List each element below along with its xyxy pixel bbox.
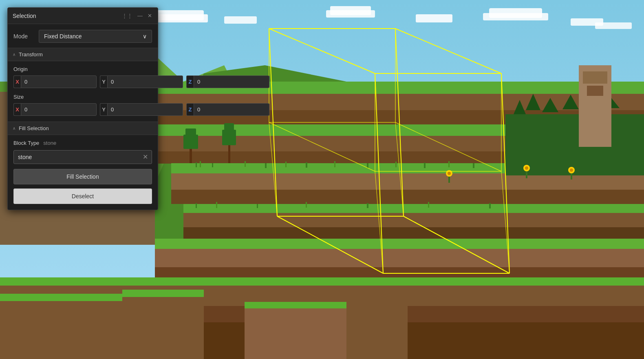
origin-z-input[interactable] (194, 75, 269, 88)
svg-rect-71 (367, 203, 368, 208)
size-y-input[interactable] (107, 103, 183, 116)
svg-rect-89 (0, 294, 143, 359)
svg-point-85 (525, 166, 528, 170)
panel-body: Mode Fixed Distance ∨ ∧ Transform Origin… (8, 24, 158, 210)
svg-rect-68 (216, 202, 217, 208)
svg-rect-38 (155, 249, 644, 267)
size-z-item: Z (186, 103, 269, 116)
svg-rect-79 (224, 123, 234, 132)
svg-rect-60 (306, 162, 307, 168)
size-y-label: Y (100, 103, 107, 116)
svg-rect-70 (306, 202, 307, 208)
block-type-label: Block Type (13, 140, 39, 146)
origin-x-label: X (13, 75, 21, 88)
drag-handle-icon[interactable]: ⋮⋮ (121, 12, 133, 20)
svg-point-82 (448, 172, 451, 175)
transform-chevron-icon: ∧ (13, 52, 15, 57)
svg-rect-93 (245, 302, 346, 359)
svg-rect-65 (448, 161, 450, 167)
svg-rect-76 (185, 129, 196, 139)
size-x-item: X (13, 103, 97, 116)
svg-rect-74 (190, 147, 192, 163)
svg-rect-63 (395, 162, 397, 167)
svg-rect-32 (171, 173, 644, 190)
svg-point-88 (570, 168, 573, 172)
size-x-input[interactable] (21, 103, 97, 116)
svg-rect-77 (228, 143, 230, 163)
svg-rect-2 (151, 14, 208, 22)
svg-rect-58 (265, 163, 267, 168)
svg-rect-67 (196, 203, 197, 208)
svg-rect-53 (587, 86, 603, 96)
svg-rect-52 (583, 71, 607, 84)
transform-section-header[interactable]: ∧ Transform (8, 48, 158, 61)
size-xyz-row: X Y Z (13, 103, 152, 116)
svg-rect-56 (212, 163, 213, 167)
svg-rect-61 (334, 161, 335, 167)
svg-rect-64 (424, 163, 426, 168)
svg-rect-36 (183, 227, 644, 239)
mode-dropdown[interactable]: Fixed Distance ∨ (39, 30, 152, 43)
size-x-label: X (13, 103, 21, 116)
fill-selection-section-header[interactable]: ∧ Fill Selection (8, 122, 158, 135)
origin-z-label: Z (186, 75, 194, 88)
size-z-label: Z (186, 103, 194, 116)
svg-rect-66 (473, 163, 474, 168)
fill-selection-label: Fill Selection (19, 125, 49, 131)
svg-rect-5 (326, 10, 375, 18)
svg-rect-92 (122, 290, 204, 297)
close-icon[interactable]: ✕ (147, 12, 153, 20)
svg-rect-72 (428, 202, 429, 208)
block-type-input[interactable] (13, 150, 152, 164)
svg-rect-34 (183, 204, 644, 213)
mode-value: Fixed Distance (44, 33, 82, 40)
svg-rect-6 (416, 14, 452, 22)
selection-panel: Selection ⋮⋮ — ✕ Mode Fixed Distance ∨ ∧… (7, 7, 158, 210)
svg-rect-90 (0, 294, 143, 301)
block-type-value: stone (43, 140, 56, 146)
fill-selection-chevron-icon: ∧ (13, 126, 15, 131)
block-input-wrapper: ✕ (13, 150, 152, 164)
svg-rect-69 (257, 204, 258, 208)
svg-rect-55 (200, 161, 201, 167)
svg-rect-91 (122, 290, 204, 359)
svg-rect-95 (346, 306, 408, 359)
size-label: Size (13, 94, 152, 100)
mode-label: Mode (13, 33, 34, 40)
svg-rect-10 (595, 22, 632, 29)
size-y-item: Y (100, 103, 183, 116)
minimize-icon[interactable]: — (137, 12, 143, 20)
block-type-row: Block Type stone (13, 140, 152, 146)
origin-y-input[interactable] (107, 75, 183, 88)
origin-z-item: Z (186, 75, 269, 88)
panel-header: Selection ⋮⋮ — ✕ (8, 8, 158, 24)
svg-rect-35 (183, 213, 644, 227)
svg-rect-94 (245, 302, 346, 308)
fill-selection-button[interactable]: Fill Selection (13, 169, 152, 184)
svg-rect-33 (171, 190, 644, 204)
panel-title: Selection (13, 13, 36, 19)
svg-rect-37 (155, 239, 644, 249)
svg-rect-3 (224, 16, 257, 24)
svg-rect-57 (245, 161, 246, 167)
panel-header-icons: ⋮⋮ — ✕ (121, 12, 153, 20)
svg-rect-8 (483, 13, 548, 20)
svg-rect-54 (196, 162, 197, 167)
svg-rect-73 (489, 203, 491, 208)
origin-x-item: X (13, 75, 97, 88)
origin-x-input[interactable] (21, 75, 97, 88)
origin-xyz-row: X Y Z (13, 75, 152, 88)
origin-y-label: Y (100, 75, 107, 88)
svg-rect-62 (367, 163, 368, 168)
mode-row: Mode Fixed Distance ∨ (13, 30, 152, 43)
size-z-input[interactable] (194, 103, 269, 116)
origin-y-item: Y (100, 75, 183, 88)
deselect-button[interactable]: Deselect (13, 188, 152, 204)
svg-rect-59 (285, 162, 287, 167)
transform-label: Transform (19, 51, 43, 58)
chevron-down-icon: ∨ (143, 33, 147, 40)
origin-label: Origin (13, 66, 152, 72)
clear-block-button[interactable]: ✕ (142, 153, 149, 161)
